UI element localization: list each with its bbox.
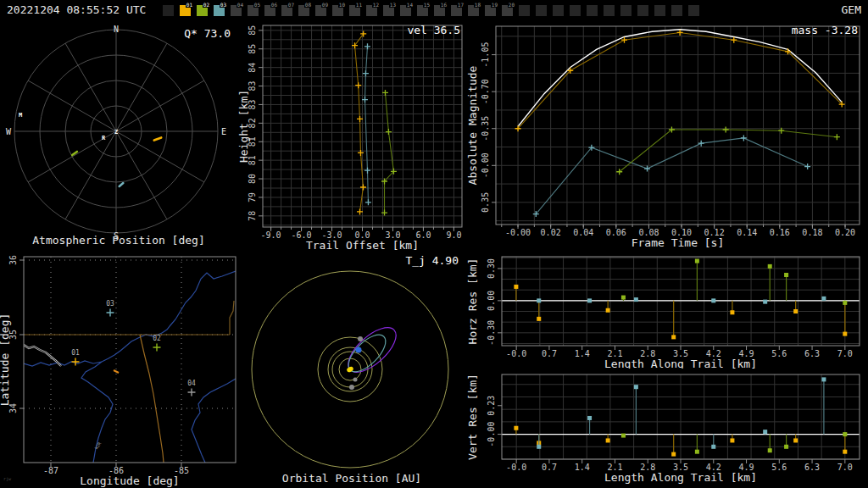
- station-toggle-16[interactable]: 16: [434, 5, 445, 16]
- y-tick-label: -0.30: [487, 320, 496, 346]
- grid: [502, 374, 860, 459]
- x-tick-label: 0.06: [606, 228, 626, 237]
- station-toggle-02[interactable]: 02: [197, 5, 208, 16]
- header-bar: 20221204 08:55:52 UTC 010203040506070809…: [0, 0, 868, 20]
- x-axis-label: Atmospheric Position [deg]: [32, 234, 205, 247]
- river: [192, 379, 236, 463]
- data-point: [587, 416, 592, 420]
- map-station-label: 02: [153, 335, 161, 342]
- station-toggle-14[interactable]: 14: [400, 5, 411, 16]
- station-toggle-label: 19: [491, 2, 498, 8]
- data-point: [723, 126, 729, 132]
- data-point: [768, 448, 772, 452]
- station-toggle-18[interactable]: 18: [468, 5, 479, 16]
- compass-label-N: N: [114, 25, 119, 34]
- data-point: [671, 335, 676, 339]
- utc-timestamp: 20221204 08:55:52 UTC: [7, 3, 146, 16]
- axis-ticks: [498, 269, 845, 350]
- data-point: [382, 90, 388, 96]
- series-station-02: [621, 432, 847, 454]
- data-point: [843, 432, 847, 436]
- station-toggle-03[interactable]: 03: [214, 5, 225, 16]
- station-toggle-15[interactable]: 15: [417, 5, 428, 16]
- station-toggle-label: 18: [474, 2, 481, 8]
- station-toggle-09[interactable]: 09: [315, 5, 326, 16]
- station-toggle-05[interactable]: 05: [248, 5, 259, 16]
- y-tick-label: 80: [248, 174, 257, 184]
- data-point: [711, 298, 715, 302]
- x-tick-label: 0.04: [573, 228, 593, 237]
- ground-track-map: W2R01020304-87-86-85363534Longitude [deg…: [0, 250, 237, 488]
- x-axis-label: Trail Offset [km]: [306, 239, 419, 250]
- data-point: [763, 430, 767, 434]
- state-border: [230, 301, 234, 335]
- height-vs-trail-offset-chart: -9.0-6.0-3.00.03.06.09.08585848383828181…: [237, 20, 466, 250]
- station-slot-empty: [553, 5, 564, 16]
- meteor-track-01: [154, 137, 161, 140]
- series-station-02: [621, 259, 847, 305]
- horizontal-residuals-chart: -0.00.71.42.12.83.54.24.95.66.37.00.300.…: [466, 250, 868, 369]
- y-tick-label: -0.35: [481, 116, 490, 141]
- data-point: [537, 445, 541, 449]
- station-toggle-07[interactable]: 07: [281, 5, 292, 16]
- station-toggle-01[interactable]: 01: [180, 5, 191, 16]
- station-toggle-label: 09: [321, 2, 328, 8]
- series-station-03: [537, 377, 826, 448]
- y-tick-label: 85: [248, 25, 257, 36]
- y-tick-label: -0.00: [481, 152, 490, 178]
- station-toggle-12[interactable]: 12: [366, 5, 377, 16]
- station-toggle-10[interactable]: 10: [332, 5, 343, 16]
- data-point: [671, 452, 676, 457]
- series-station-01: [515, 30, 845, 131]
- station-toggle-06[interactable]: 06: [264, 5, 275, 16]
- station-toggle-label: 20: [508, 2, 515, 8]
- data-point: [606, 308, 610, 313]
- x-axis-label: Length Along Trail [km]: [604, 471, 757, 484]
- x-tick-label: 0.20: [835, 228, 855, 237]
- absolute-magnitude-chart: -0.000.020.040.060.080.100.120.140.160.1…: [466, 20, 868, 250]
- station-toggle-label: 10: [338, 2, 345, 8]
- y-tick-label: -0.00: [487, 422, 496, 447]
- watermark: rjw: [3, 476, 12, 482]
- station-toggle-label: 17: [457, 2, 464, 8]
- data-point: [364, 168, 370, 174]
- station-toggle-19[interactable]: 19: [485, 5, 496, 16]
- vertical-residuals-chart: -0.00.71.42.12.83.54.24.95.66.37.00.23-0…: [466, 369, 868, 488]
- x-axis-label: Frame Time [s]: [632, 236, 725, 249]
- chart-title: mass -3.28: [792, 24, 858, 36]
- map-station-label: 03: [106, 300, 114, 308]
- data-point: [360, 184, 366, 190]
- data-point: [793, 309, 798, 313]
- station-toggle-04[interactable]: 04: [231, 5, 242, 16]
- station-toggle-label: 05: [253, 2, 260, 8]
- shower-code-badge: GEM: [842, 3, 861, 16]
- station-slot-empty: [587, 5, 598, 16]
- marker-label-M: M: [19, 112, 22, 119]
- station-toggle-08[interactable]: 08: [298, 5, 309, 16]
- station-toggle-label: 13: [389, 2, 396, 8]
- map-station-04: 04: [187, 380, 196, 396]
- y-tick-label: 83: [248, 81, 257, 92]
- meteor-analysis-screen: 20221204 08:55:52 UTC 010203040506070809…: [0, 0, 868, 488]
- y-tick-label: 36: [8, 255, 18, 265]
- station-toggle-20[interactable]: 20: [502, 5, 513, 16]
- grid: [496, 26, 860, 225]
- station-toggle-13[interactable]: 13: [383, 5, 394, 16]
- map-station-label: 04: [187, 380, 196, 387]
- station-slot-empty: [604, 5, 615, 16]
- x-tick-label: 6.3: [804, 463, 820, 472]
- data-point: [644, 166, 650, 172]
- station-toggle-label: 07: [287, 2, 294, 8]
- x-tick-label: 9.0: [446, 230, 461, 240]
- x-tick-label: 1.4: [575, 463, 590, 472]
- data-point: [821, 377, 826, 381]
- meteor-track-03: [120, 183, 124, 186]
- station-toggle-11[interactable]: 11: [349, 5, 360, 16]
- x-tick-label: 0.7: [542, 463, 557, 472]
- station-toggle-17[interactable]: 17: [451, 5, 462, 16]
- compass-label-W: W: [6, 127, 12, 136]
- x-tick-label: -0.00: [505, 228, 531, 237]
- data-point: [355, 82, 361, 88]
- data-point: [677, 30, 683, 36]
- marker-label-Z: Z: [114, 129, 118, 136]
